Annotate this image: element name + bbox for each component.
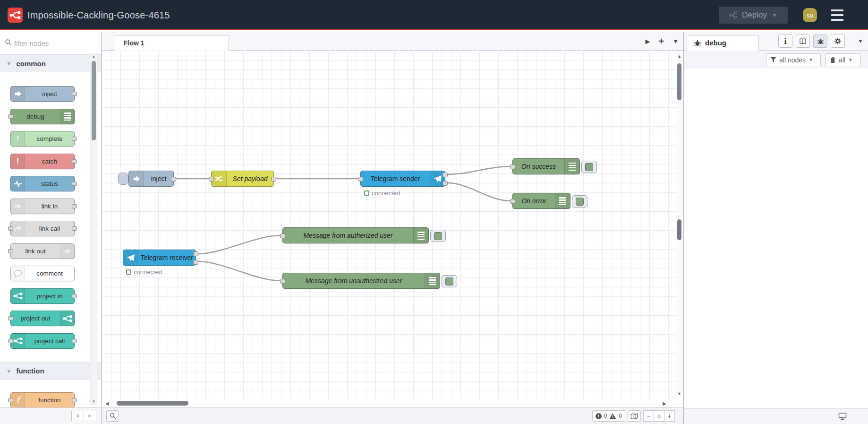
speech-bubble-icon bbox=[11, 266, 25, 281]
expand-all-button[interactable]: » bbox=[84, 411, 96, 421]
filter-nodes-input[interactable] bbox=[14, 36, 85, 50]
debug-toggle-button[interactable] bbox=[430, 230, 446, 242]
debug-filter-row: all nodes ▼ all ▼ bbox=[684, 51, 868, 69]
exclamation-icon: ! bbox=[11, 131, 25, 146]
debug-filter-button[interactable]: all nodes ▼ bbox=[766, 53, 821, 66]
tab-scroll-right-icon[interactable]: ▶ bbox=[645, 38, 650, 45]
chevron-down-icon: > bbox=[6, 62, 12, 65]
palette-node-debug[interactable]: debug bbox=[10, 109, 75, 124]
node-on-success[interactable]: On success bbox=[512, 158, 580, 174]
open-debug-window-button[interactable] bbox=[838, 412, 847, 422]
wire[interactable] bbox=[447, 183, 511, 201]
node-telegram-sender[interactable]: Telegram sender bbox=[360, 171, 445, 187]
debug-toggle-button[interactable] bbox=[442, 275, 457, 287]
sidebar-footer bbox=[684, 408, 868, 424]
user-avatar[interactable]: su bbox=[803, 8, 817, 22]
palette-node-link-call[interactable]: link call bbox=[10, 221, 75, 236]
debug-toggle-button[interactable] bbox=[572, 195, 587, 208]
input-port[interactable] bbox=[280, 234, 285, 238]
palette-node-link-out[interactable]: link out bbox=[10, 243, 75, 259]
flow-list-caret-icon[interactable]: ▼ bbox=[672, 38, 679, 45]
project-icon bbox=[11, 289, 25, 303]
tab-debug[interactable]: debug bbox=[687, 35, 758, 51]
config-tab-button[interactable] bbox=[831, 35, 845, 48]
canvas-search-button[interactable] bbox=[106, 410, 119, 422]
scroll-down-icon[interactable]: ▼ bbox=[91, 399, 97, 404]
debug-clear-button[interactable]: all ▼ bbox=[825, 53, 860, 66]
add-flow-button[interactable]: + bbox=[658, 36, 664, 47]
scrollbar-thumb[interactable] bbox=[677, 63, 681, 100]
scrollbar-thumb[interactable] bbox=[117, 401, 188, 406]
output-port[interactable] bbox=[171, 177, 176, 182]
palette-node-comment[interactable]: comment bbox=[10, 266, 75, 281]
wire[interactable] bbox=[447, 166, 511, 174]
palette-node-project-call[interactable]: project call bbox=[10, 333, 75, 349]
palette-scrollbar-thumb[interactable] bbox=[92, 61, 96, 140]
deploy-label: Deploy bbox=[742, 10, 767, 20]
scroll-left-icon[interactable]: ◀ bbox=[105, 401, 109, 406]
chevron-down-icon: > bbox=[6, 369, 12, 372]
zoom-out-button[interactable]: − bbox=[643, 410, 654, 422]
debug-toggle-button[interactable] bbox=[581, 161, 597, 173]
palette-node-status[interactable]: status bbox=[10, 176, 75, 191]
palette-scrollbar[interactable]: ▲ ▼ bbox=[90, 53, 97, 405]
palette-footer: » » bbox=[0, 407, 101, 424]
chevron-down-icon: ▼ bbox=[808, 57, 813, 62]
palette-node-project-out[interactable]: project out bbox=[10, 311, 75, 326]
flow-canvas[interactable]: inject Set payload Telegram sender bbox=[102, 51, 683, 399]
node-red-logo-icon bbox=[9, 9, 21, 21]
palette-scroll-area: > common inject debug ! bbox=[0, 54, 101, 407]
palette-node-complete[interactable]: ! complete bbox=[10, 131, 75, 147]
zoom-in-button[interactable]: + bbox=[664, 410, 675, 422]
node-message-unauthorized[interactable]: Message from unautherized user bbox=[282, 273, 440, 289]
node-inject[interactable]: inject bbox=[128, 171, 174, 187]
palette-node-function[interactable]: f function bbox=[10, 392, 75, 408]
wire[interactable] bbox=[198, 235, 281, 254]
palette-category-common[interactable]: > common bbox=[0, 54, 101, 72]
help-tab-button[interactable] bbox=[796, 35, 810, 48]
search-icon bbox=[110, 413, 116, 419]
node-status-telegram-receiver: connected bbox=[126, 268, 162, 276]
output-port-unauthorized[interactable] bbox=[193, 260, 198, 265]
debug-tab-button[interactable] bbox=[813, 35, 827, 48]
palette-node-project-in[interactable]: project in bbox=[10, 288, 75, 304]
collapse-all-button[interactable]: » bbox=[71, 411, 84, 421]
scroll-down-icon[interactable]: ▼ bbox=[676, 391, 682, 396]
info-tab-button[interactable]: i bbox=[778, 35, 792, 48]
canvas-vertical-scrollbar[interactable]: ▲ ▼ bbox=[676, 53, 682, 397]
deploy-options-caret-icon[interactable]: ▼ bbox=[772, 12, 777, 18]
input-port[interactable] bbox=[358, 177, 363, 182]
main-menu-button[interactable] bbox=[831, 9, 843, 21]
sidebar-options-caret-icon[interactable]: ▼ bbox=[858, 38, 863, 44]
input-port[interactable] bbox=[510, 199, 515, 204]
input-port[interactable] bbox=[510, 164, 515, 169]
toggle-navigator-button[interactable] bbox=[628, 410, 641, 422]
palette-node-inject[interactable]: inject bbox=[10, 86, 75, 102]
input-port[interactable] bbox=[280, 279, 285, 284]
tab-flow-1[interactable]: Flow 1 bbox=[115, 35, 229, 51]
wire[interactable] bbox=[198, 261, 281, 281]
output-port-success[interactable] bbox=[443, 173, 448, 177]
palette-node-link-in[interactable]: link in bbox=[10, 199, 75, 214]
right-sidebar: debug i ▼ all nodes bbox=[684, 32, 868, 424]
scroll-up-icon[interactable]: ▲ bbox=[676, 54, 682, 59]
deploy-button[interactable]: Deploy ▼ bbox=[719, 7, 788, 24]
output-port-authorized[interactable] bbox=[193, 251, 198, 256]
scroll-right-icon[interactable]: ▶ bbox=[663, 401, 666, 406]
input-port bbox=[8, 316, 13, 320]
book-icon bbox=[799, 38, 807, 45]
output-port-error[interactable] bbox=[443, 181, 448, 186]
zoom-reset-button[interactable]: ○ bbox=[654, 410, 664, 422]
canvas-horizontal-scrollbar[interactable]: ◀ ▶ bbox=[102, 399, 683, 407]
input-port[interactable] bbox=[209, 177, 214, 182]
node-message-authorized[interactable]: Message from autherized user bbox=[282, 227, 429, 243]
output-port[interactable] bbox=[271, 177, 276, 182]
scroll-up-icon[interactable]: ▲ bbox=[91, 54, 97, 59]
inject-trigger-button[interactable] bbox=[118, 173, 128, 185]
node-on-error[interactable]: On error bbox=[512, 193, 570, 209]
node-telegram-receiver[interactable]: Telegram receiver bbox=[123, 250, 196, 266]
palette-category-function[interactable]: > function bbox=[0, 362, 101, 380]
palette-node-catch[interactable]: ! catch bbox=[10, 154, 75, 169]
scrollbar-thumb[interactable] bbox=[677, 219, 681, 240]
node-set-payload[interactable]: Set payload bbox=[211, 171, 274, 187]
